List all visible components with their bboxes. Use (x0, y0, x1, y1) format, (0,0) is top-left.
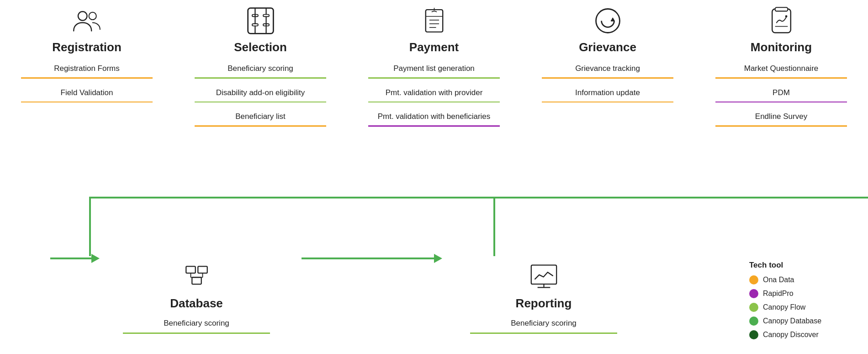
column-registration: Registration Registration Forms Field Va… (0, 5, 174, 133)
svg-point-1 (89, 12, 96, 19)
monitoring-item-1: PDM (699, 85, 863, 107)
column-payment: Payment Payment list generation Pmt. val… (347, 5, 521, 133)
canopy-database-dot (749, 316, 758, 326)
svg-rect-22 (192, 277, 201, 284)
svg-point-15 (596, 9, 619, 32)
arrow-line-db (50, 257, 91, 259)
divider-reg-0 (21, 77, 153, 79)
selection-title: Selection (234, 40, 287, 54)
registration-item-text-1: Field Validation (61, 85, 113, 101)
monitoring-item-text-1: PDM (773, 85, 790, 101)
grievance-item-text-1: Information update (575, 85, 640, 101)
divider-sel-0 (195, 77, 326, 79)
legend-item-3: Canopy Database (749, 316, 854, 326)
reporting-title: Reporting (516, 296, 572, 311)
divider-mon-1 (715, 102, 847, 103)
legend-item-4: Canopy Discover (749, 330, 854, 339)
users-icon (69, 5, 105, 37)
registration-item-0: Registration Forms (5, 61, 169, 83)
arrow-to-reporting (302, 254, 442, 263)
horizontal-flow-line (89, 197, 868, 198)
svg-rect-9 (425, 10, 442, 32)
canopy-flow-dot (749, 303, 758, 312)
divider-gri-0 (542, 77, 673, 79)
arrow-line-report (302, 257, 434, 259)
reporting-icon (525, 261, 562, 293)
svg-rect-20 (186, 266, 195, 273)
ona-data-dot (749, 275, 758, 284)
database-block: Database Beneficiary scoring (91, 261, 302, 338)
grievance-item-0: Grievance tracking (525, 61, 690, 83)
divider-sel-2 (195, 125, 326, 127)
legend-label-4: Canopy Discover (763, 331, 819, 339)
selection-item-text-0: Beneficiary scoring (228, 61, 293, 76)
payment-icon (416, 5, 452, 37)
selection-item-1: Disability add-on eligibility (178, 85, 343, 107)
registration-item-text-0: Registration Forms (54, 61, 120, 76)
monitoring-title: Monitoring (751, 40, 812, 54)
divider-pay-0 (368, 77, 500, 79)
payment-item-text-0: Payment list generation (393, 61, 475, 76)
grievance-item-1: Information update (525, 85, 690, 107)
svg-point-0 (78, 11, 87, 21)
divider-gri-1 (542, 102, 673, 103)
divider-sel-1 (195, 102, 326, 103)
selection-item-2: Beneficiary list (178, 109, 343, 131)
legend-label-1: RapidPro (763, 290, 794, 298)
payment-item-text-1: Pmt. validation with provider (386, 85, 483, 101)
legend: Tech tool Ona Data RapidPro Canopy Flow … (749, 261, 854, 344)
legend-label-2: Canopy Flow (763, 303, 805, 311)
top-section: Registration Registration Forms Field Va… (0, 0, 868, 133)
monitoring-icon (763, 5, 799, 37)
svg-rect-8 (263, 14, 269, 16)
sliders-icon (242, 5, 279, 37)
svg-rect-27 (531, 265, 556, 284)
divider-pay-2 (368, 125, 500, 127)
legend-label-0: Ona Data (763, 276, 794, 284)
reporting-item-text: Beneficiary scoring (511, 316, 577, 331)
svg-rect-21 (198, 266, 207, 273)
monitoring-item-text-0: Market Questionnaire (744, 61, 819, 76)
svg-rect-17 (775, 7, 788, 11)
divider-db (123, 333, 270, 334)
grievance-item-text-0: Grievance tracking (575, 61, 640, 76)
payment-item-text-2: Pmt. validation with beneficiaries (378, 109, 491, 124)
database-title: Database (170, 296, 223, 311)
divider-mon-2 (715, 125, 847, 127)
monitoring-item-2: Endline Survey (699, 109, 863, 131)
v-line-right-stub (864, 197, 866, 198)
vertical-line-left (89, 197, 91, 256)
database-icon (178, 261, 215, 293)
registration-item-1: Field Validation (5, 85, 169, 107)
canopy-discover-dot (749, 330, 758, 339)
svg-rect-7 (252, 24, 258, 26)
column-grievance: Grievance Grievance tracking Information… (521, 5, 694, 133)
monitoring-item-text-2: Endline Survey (755, 109, 807, 124)
legend-title: Tech tool (749, 261, 854, 270)
reporting-block: Reporting Beneficiary scoring (439, 261, 649, 338)
column-selection: Selection Beneficiary scoring Disability… (174, 5, 347, 133)
selection-item-text-1: Disability add-on eligibility (216, 85, 305, 101)
svg-point-18 (785, 15, 787, 17)
divider-mon-0 (715, 77, 847, 79)
grievance-icon (589, 5, 626, 37)
divider-pay-1 (368, 102, 500, 103)
registration-title: Registration (52, 40, 122, 54)
legend-label-3: Canopy Database (763, 317, 821, 325)
legend-item-2: Canopy Flow (749, 303, 854, 312)
divider-reg-1 (21, 102, 153, 103)
legend-item-1: RapidPro (749, 289, 854, 298)
grievance-title: Grievance (579, 40, 636, 54)
selection-item-text-2: Beneficiary list (235, 109, 286, 124)
monitoring-item-0: Market Questionnaire (699, 61, 863, 83)
column-monitoring: Monitoring Market Questionnaire PDM Endl… (694, 5, 868, 133)
vertical-line-mid (493, 197, 495, 256)
payment-item-2: Pmt. validation with beneficiaries (352, 109, 516, 131)
main-container: Registration Registration Forms Field Va… (0, 0, 868, 354)
legend-item-0: Ona Data (749, 275, 854, 284)
divider-report (470, 333, 617, 334)
payment-title: Payment (409, 40, 459, 54)
selection-item-0: Beneficiary scoring (178, 61, 343, 83)
bottom-section: Database Beneficiary scoring Reporting B… (0, 197, 868, 354)
svg-rect-2 (248, 8, 273, 33)
